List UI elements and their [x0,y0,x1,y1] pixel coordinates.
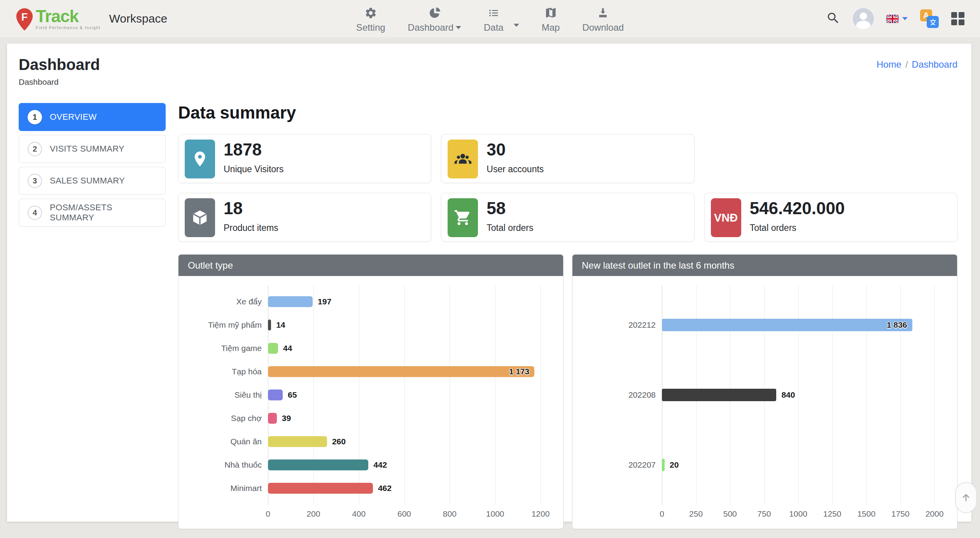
bar-Siêu thị[interactable]: 65 [268,390,283,400]
cube-icon [185,198,215,237]
tab-sales-summary[interactable]: 3 SALES SUMMARY [19,167,166,195]
stat-label: Total orders [750,223,845,233]
bar-Xe đẩy[interactable]: 197 [268,296,313,307]
chart-category-label: Tạp hóa [188,360,262,383]
list-icon [487,7,500,19]
tab-number-badge: 1 [28,110,42,124]
chart-category-label: Sạp chợ [188,407,262,430]
bar-Tạp hóa[interactable]: 1 173 [268,366,534,377]
data-dropdown-caret-icon[interactable] [514,24,519,27]
bar-202212[interactable]: 1 836 [662,319,912,331]
nav-item-dashboard[interactable]: Dashboard [408,4,461,33]
bar-Tiệm mỹ phẩm[interactable]: 14 [268,320,271,330]
breadcrumb-current-link[interactable]: Dashboard [912,59,957,70]
stat-card-user-accounts: 30 User accounts [441,134,694,183]
search-icon[interactable] [826,11,840,27]
breadcrumb-home-link[interactable]: Home [877,59,901,70]
nav-item-download[interactable]: Download [582,4,624,33]
translate-icon[interactable]: A [920,9,939,28]
language-caret-icon [902,17,908,20]
x-axis-tick-label: 0 [660,509,664,519]
bar-value-label: 1 173 [509,367,530,376]
location-pin-icon [185,140,215,178]
stat-value: 30 [486,141,544,158]
gridline [934,285,935,505]
stat-value: 546.420.000 [750,200,845,217]
chart-category-label: 202208 [582,360,656,430]
stat-label: Total orders [486,223,533,233]
stat-label: Unique Visitors [224,164,284,175]
logo-pin-icon: F [16,8,33,31]
bar-value-label: 260 [332,437,346,446]
stat-value: 1878 [224,141,284,158]
users-icon [448,140,478,178]
breadcrumb-separator: / [905,59,908,70]
chart-bar-row: 442 [268,453,541,477]
x-axis-tick-label: 0 [266,509,270,519]
nav-label-setting: Setting [356,22,385,33]
brand-logo[interactable]: F Track Field Performance & Insight [16,7,101,31]
chart-bar-row: 197 [268,290,541,313]
language-selector[interactable] [886,15,908,23]
tab-visits-summary[interactable]: 2 VISITS SUMMARY [19,135,166,163]
bar-Sạp chợ[interactable]: 39 [268,413,277,424]
nav-item-setting[interactable]: Setting [356,4,385,33]
bar-value-label: 442 [373,460,387,470]
bar-202208[interactable]: 840 [662,389,776,401]
nav-item-data[interactable]: Data [484,4,504,33]
tab-overview[interactable]: 1 OVERVIEW [19,103,166,131]
data-summary-heading: Data summary [178,103,957,122]
main-nav: Setting Dashboard Data Map Download [356,0,624,37]
scroll-to-top-button[interactable] [955,482,977,513]
user-avatar[interactable] [853,8,874,29]
nav-item-map[interactable]: Map [542,4,560,33]
chart-bar-row: 65 [268,383,541,407]
gridline [541,285,541,505]
x-axis: 020040060080010001200 [268,505,541,522]
x-axis-tick-label: 1200 [532,509,550,519]
chart-bar-row: 840 [662,360,934,430]
bar-Tiệm game[interactable]: 44 [268,343,278,354]
bar-value-label: 39 [282,414,291,423]
stat-card-total-orders: 58 Total orders [441,193,694,242]
chart-category-label: 202212 [582,290,656,360]
x-axis-tick-label: 500 [723,509,737,519]
bar-value-label: 20 [670,460,679,470]
x-axis-tick-label: 1250 [823,509,842,519]
chart-category-label: Minimart [188,477,262,500]
cart-icon [448,198,478,237]
nav-label-data: Data [484,22,504,33]
tab-label: POSM/ASSETS SUMMARY [50,203,157,223]
chart-category-label: Xe đẩy [188,290,262,313]
logo-text: Track [36,8,101,25]
panel-title: Outlet type [178,255,563,276]
chart-bar-row: 260 [268,430,541,453]
breadcrumb: Home/Dashboard [877,59,957,70]
tab-number-badge: 3 [28,174,42,188]
x-axis-tick-label: 400 [352,509,366,519]
bar-Minimart[interactable]: 462 [268,483,373,494]
tab-posm-assets-summary[interactable]: 4 POSM/ASSETS SUMMARY [19,199,166,227]
tab-label: OVERVIEW [50,112,97,122]
x-axis-tick-label: 600 [397,509,411,519]
arrow-up-icon [961,493,971,503]
vnd-badge-icon: VNĐ [711,198,741,237]
bar-value-label: 44 [283,344,292,353]
new-outlets-chart-panel: New latest outlet in the last 6 months 2… [572,254,957,529]
apps-grid-icon[interactable] [951,12,964,25]
panel-title: New latest outlet in the last 6 months [572,255,957,276]
x-axis-tick-label: 2000 [926,509,944,519]
x-axis-tick-label: 1000 [486,509,504,519]
summary-tabs: 1 OVERVIEW 2 VISITS SUMMARY 3 SALES SUMM… [19,103,166,529]
x-axis-tick-label: 800 [443,509,457,519]
stat-value: 18 [224,200,278,217]
bar-Nhà thuốc[interactable]: 442 [268,459,368,470]
chart-bar-row: 1 836 [662,290,934,360]
logo-tagline: Field Performance & Insight [36,26,101,30]
bar-202207[interactable]: 20 [662,459,665,471]
tab-label: SALES SUMMARY [50,176,125,186]
chart-bar-row: 1 173 [268,360,541,383]
bar-Quán ăn[interactable]: 260 [268,436,327,447]
stat-label: Product items [224,223,278,233]
svg-text:F: F [21,11,28,23]
